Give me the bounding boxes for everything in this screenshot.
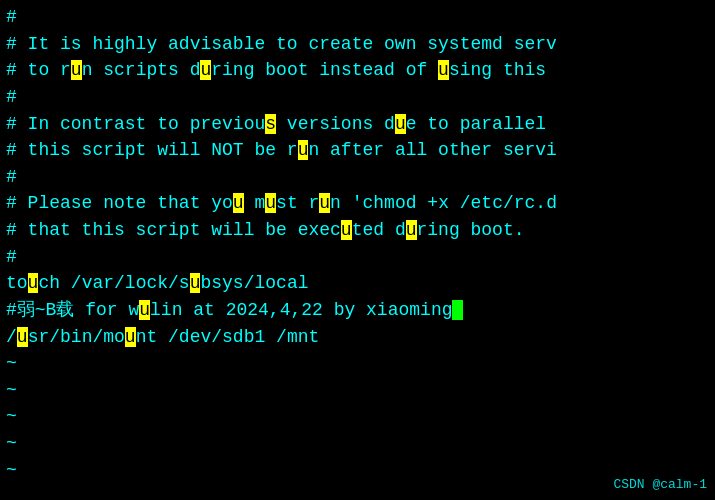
code-line-12: #弱~B载 for wulin at 2024,4,22 by xiaoming (6, 297, 709, 324)
highlight-s1: s (265, 114, 276, 134)
code-line-17: ~ (6, 430, 709, 457)
highlight-u7: u (265, 193, 276, 213)
code-line-11: touch /var/lock/subsys/local (6, 270, 709, 297)
code-line-6: # this script will NOT be run after all … (6, 137, 709, 164)
watermark: CSDN @calm-1 (613, 475, 707, 495)
code-line-4: # (6, 84, 709, 111)
code-line-16: ~ (6, 403, 709, 430)
code-line-18: ~ (6, 457, 709, 484)
highlight-u14: u (17, 327, 28, 347)
code-line-2: # It is highly advisable to create own s… (6, 31, 709, 58)
highlight-u11: u (28, 273, 39, 293)
highlight-u12: u (190, 273, 201, 293)
code-line-15: ~ (6, 377, 709, 404)
highlight-u2: u (200, 60, 211, 80)
highlight-u9: u (341, 220, 352, 240)
code-line-1: # (6, 4, 709, 31)
highlight-u13: u (139, 300, 150, 320)
terminal-window: # # It is highly advisable to create own… (0, 0, 715, 500)
highlight-u10: u (406, 220, 417, 240)
highlight-u3: u (438, 60, 449, 80)
highlight-u6: u (233, 193, 244, 213)
code-line-13: /usr/bin/mount /dev/sdb1 /mnt (6, 324, 709, 351)
highlight-u5: u (298, 140, 309, 160)
code-line-5: # In contrast to previous versions due t… (6, 111, 709, 138)
code-line-7: # (6, 164, 709, 191)
code-line-9: # that this script will be executed duri… (6, 217, 709, 244)
highlight-u8: u (319, 193, 330, 213)
code-line-8: # Please note that you must run 'chmod +… (6, 190, 709, 217)
highlight-u4: u (395, 114, 406, 134)
code-line-10: # (6, 244, 709, 271)
highlight-u15: u (125, 327, 136, 347)
code-line-14: ~ (6, 350, 709, 377)
highlight-cursor (452, 300, 463, 320)
highlight-u1: u (71, 60, 82, 80)
code-line-3: # to run scripts during boot instead of … (6, 57, 709, 84)
